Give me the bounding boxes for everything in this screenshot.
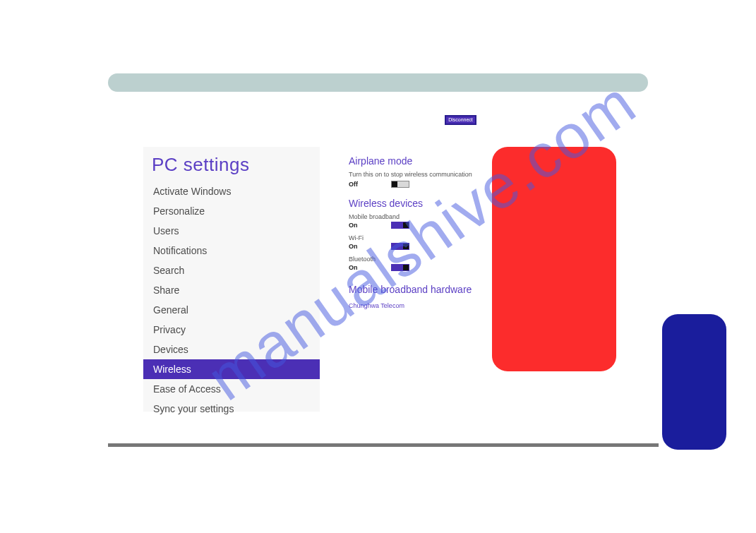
settings-list: Activate Windows Personalize Users Notif… (143, 181, 320, 419)
wifi-toggle[interactable] (391, 243, 409, 250)
airplane-mode-toggle[interactable] (391, 181, 409, 188)
sidebar-item-personalize[interactable]: Personalize (143, 201, 320, 221)
sidebar-item-privacy[interactable]: Privacy (143, 320, 320, 340)
sidebar-item-search[interactable]: Search (143, 260, 320, 280)
sidebar-item-notifications[interactable]: Notifications (143, 241, 320, 260)
sidebar-item-ease-of-access[interactable]: Ease of Access (143, 379, 320, 399)
mobile-broadband-toggle[interactable] (391, 222, 409, 229)
bluetooth-state: On (349, 264, 391, 271)
sidebar-item-general[interactable]: General (143, 300, 320, 320)
wifi-state: On (349, 243, 391, 250)
disconnect-button[interactable]: Disconnect (445, 115, 476, 125)
sidebar-item-share[interactable]: Share (143, 280, 320, 300)
sidebar-item-users[interactable]: Users (143, 221, 320, 241)
airplane-mode-state: Off (349, 181, 391, 188)
settings-sidebar: PC settings Activate Windows Personalize… (143, 147, 320, 412)
page-title: PC settings (143, 147, 320, 181)
sidebar-item-activate-windows[interactable]: Activate Windows (143, 181, 320, 201)
bottom-divider (108, 443, 659, 447)
top-bar (108, 73, 648, 92)
sidebar-item-sync-your-settings[interactable]: Sync your settings (143, 399, 320, 419)
sidebar-item-devices[interactable]: Devices (143, 340, 320, 359)
bluetooth-toggle[interactable] (391, 264, 409, 271)
mobile-broadband-state: On (349, 222, 391, 229)
red-overlay-block (492, 147, 616, 371)
blue-overlay-block (662, 314, 726, 450)
sidebar-item-wireless[interactable]: Wireless (143, 359, 320, 379)
